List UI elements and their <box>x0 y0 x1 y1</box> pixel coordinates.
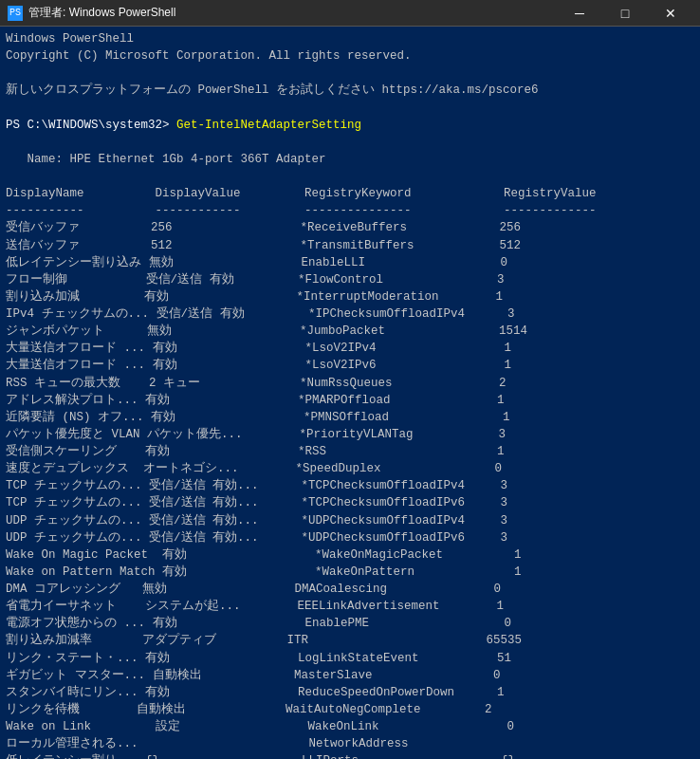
close-button[interactable]: ✕ <box>649 0 692 27</box>
powershell-icon: PS <box>8 6 23 21</box>
window-title: 管理者: Windows PowerShell <box>28 5 175 21</box>
terminal-area[interactable]: Windows PowerShell Copyright (C) Microso… <box>0 27 700 759</box>
window-controls: ─ □ ✕ <box>558 0 692 27</box>
title-bar: PS 管理者: Windows PowerShell ─ □ ✕ <box>0 0 700 27</box>
maximize-button[interactable]: □ <box>603 0 647 27</box>
title-bar-left: PS 管理者: Windows PowerShell <box>8 5 175 21</box>
minimize-button[interactable]: ─ <box>558 0 601 27</box>
